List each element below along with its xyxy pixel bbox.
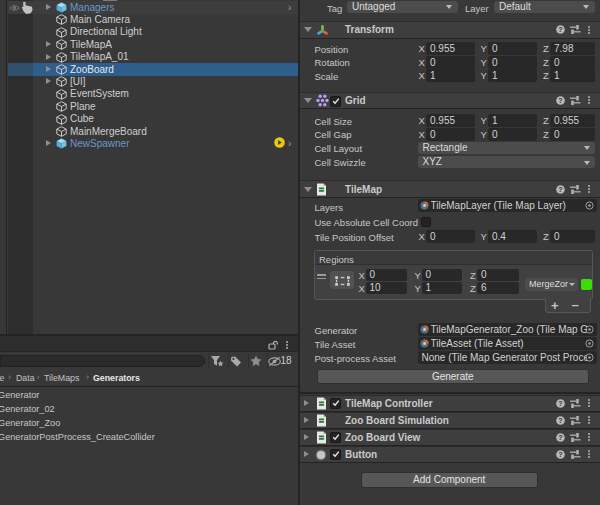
svg-text:?: ? — [558, 434, 562, 441]
svg-text:?: ? — [558, 97, 562, 104]
svg-text:?: ? — [558, 186, 562, 193]
svg-text:?: ? — [558, 400, 562, 407]
svg-text:?: ? — [558, 451, 562, 458]
svg-text:?: ? — [558, 417, 562, 424]
svg-text:?: ? — [558, 26, 562, 33]
